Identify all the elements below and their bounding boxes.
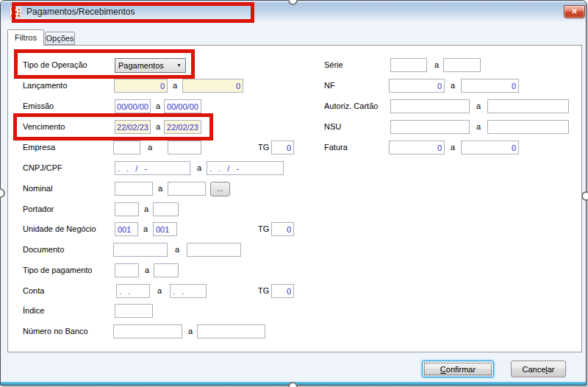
range-separator: a xyxy=(145,266,149,274)
cnpj-from-input[interactable] xyxy=(115,161,190,175)
nf-to-input[interactable] xyxy=(461,79,519,93)
nominal-from-input[interactable] xyxy=(115,182,153,196)
conta-tg-input[interactable] xyxy=(271,284,294,298)
label-empresa: Empresa xyxy=(23,143,55,152)
vencimento-from-input[interactable] xyxy=(115,120,151,134)
label-tipo-de-pagamento: Tipo de pagamento xyxy=(23,266,92,274)
empresa-from-input[interactable] xyxy=(113,141,140,155)
label-nominal: Nominal xyxy=(23,184,52,193)
range-separator: a xyxy=(156,122,160,131)
conta-to-input[interactable] xyxy=(170,284,207,298)
range-separator: a xyxy=(188,327,193,335)
range-separator: a xyxy=(451,81,455,90)
portador-to-input[interactable] xyxy=(153,202,179,216)
nf-from-input[interactable] xyxy=(389,79,445,93)
range-separator: a xyxy=(173,81,177,90)
tab-filtros[interactable]: Filtros xyxy=(7,29,44,46)
range-separator: a xyxy=(197,163,201,172)
label-tg-unidade: TG xyxy=(258,224,269,233)
emissao-from-input[interactable] xyxy=(115,99,151,113)
label-nf: NF xyxy=(324,81,335,90)
label-vencimento: Vencimento xyxy=(23,122,65,131)
tipo-de-operacao-dropdown[interactable]: Pagamentos ▼ xyxy=(115,58,186,73)
autoriz-cartao-to-input[interactable] xyxy=(487,99,569,113)
nsu-to-input[interactable] xyxy=(487,120,569,134)
nominal-browse-button[interactable]: ... xyxy=(210,182,230,196)
label-indice: Índice xyxy=(23,306,44,315)
fatura-from-input[interactable] xyxy=(389,141,445,155)
range-separator: a xyxy=(476,102,481,110)
range-separator: a xyxy=(148,143,152,152)
range-separator: a xyxy=(451,143,455,152)
unidade-to-input[interactable] xyxy=(153,222,177,236)
empresa-to-input[interactable] xyxy=(168,141,201,155)
confirm-button[interactable]: Confirmar xyxy=(422,361,494,377)
tab-opcoes[interactable]: Opções xyxy=(45,32,75,45)
screenshot-stage: Pagamentos/Recebimentos ✕ Filtros Opções… xyxy=(0,0,588,387)
range-separator: a xyxy=(156,102,160,110)
label-documento: Documento xyxy=(23,245,64,254)
nominal-to-input[interactable] xyxy=(168,182,206,196)
range-separator: a xyxy=(434,60,439,69)
label-tg-conta: TG xyxy=(258,286,269,295)
lancamento-from-input[interactable] xyxy=(114,79,168,93)
range-separator: a xyxy=(158,184,162,193)
unidade-from-input[interactable] xyxy=(115,222,138,236)
label-lancamento: Lançamento xyxy=(23,81,68,90)
label-numero-no-banco: Número no Banco xyxy=(23,327,88,335)
label-nsu: NSU xyxy=(324,122,341,131)
label-emissao: Emissão xyxy=(23,102,54,110)
dialog-window: Pagamentos/Recebimentos ✕ Filtros Opções… xyxy=(0,0,587,386)
label-serie: Série xyxy=(324,60,343,69)
lancamento-to-input[interactable] xyxy=(182,79,243,93)
autoriz-cartao-from-input[interactable] xyxy=(390,99,470,113)
portador-from-input[interactable] xyxy=(115,202,139,216)
tipo-pagamento-from-input[interactable] xyxy=(115,263,139,277)
chevron-down-icon: ▼ xyxy=(176,59,182,72)
documento-from-input[interactable] xyxy=(113,243,168,257)
app-icon xyxy=(10,7,21,18)
label-fatura: Fatura xyxy=(324,143,348,152)
label-autoriz-cartao: Autoriz. Cartão xyxy=(324,102,378,110)
range-separator: a xyxy=(144,205,148,213)
cancel-button[interactable]: Cancelar xyxy=(511,361,566,377)
emissao-to-input[interactable] xyxy=(164,99,201,113)
resize-handle-bottom[interactable] xyxy=(288,382,298,387)
label-cnpj-cpf: CNPJ/CPF xyxy=(23,163,62,172)
numero-banco-to-input[interactable] xyxy=(197,324,265,338)
nsu-from-input[interactable] xyxy=(390,120,470,134)
window-title: Pagamentos/Recebimentos xyxy=(26,7,135,17)
range-separator: a xyxy=(143,224,148,233)
serie-from-input[interactable] xyxy=(390,58,427,72)
label-unidade-de-negocio: Unidade de Negócio xyxy=(23,224,96,233)
numero-banco-from-input[interactable] xyxy=(113,324,182,338)
range-separator: a xyxy=(476,122,481,131)
tipo-de-operacao-value: Pagamentos xyxy=(118,61,164,70)
cnpj-to-input[interactable] xyxy=(207,161,284,175)
empresa-tg-input[interactable] xyxy=(271,141,294,155)
tipo-pagamento-to-input[interactable] xyxy=(154,263,179,277)
label-tg-empresa: TG xyxy=(258,143,269,152)
fatura-to-input[interactable] xyxy=(461,141,519,155)
range-separator: a xyxy=(157,286,162,295)
label-tipo-de-operacao: Tipo de Operação xyxy=(23,60,87,69)
documento-to-input[interactable] xyxy=(187,243,241,257)
vencimento-to-input[interactable] xyxy=(164,120,201,134)
unidade-tg-input[interactable] xyxy=(271,222,294,236)
range-separator: a xyxy=(175,245,179,254)
label-portador: Portador xyxy=(23,205,54,213)
indice-input[interactable] xyxy=(115,304,153,318)
close-icon[interactable]: ✕ xyxy=(564,5,585,18)
resize-handle-right[interactable] xyxy=(581,191,588,201)
conta-from-input[interactable] xyxy=(116,284,150,298)
serie-to-input[interactable] xyxy=(443,58,481,72)
label-conta: Conta xyxy=(23,286,44,295)
